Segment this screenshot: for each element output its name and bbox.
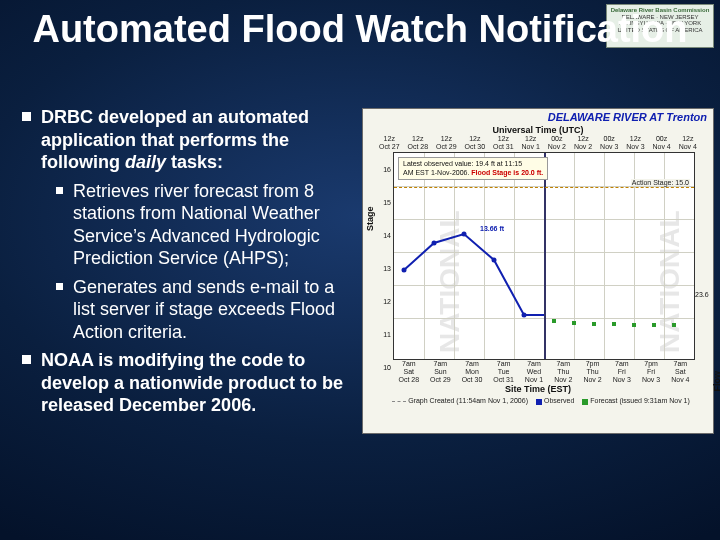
svg-point-0 — [402, 268, 407, 273]
bullet-1a: Retrieves river forecast from 8 stations… — [56, 180, 356, 270]
chart-title: DELAWARE RIVER AT Trenton — [363, 109, 713, 123]
y-axis-left-label: Stage — [365, 206, 375, 231]
bullet-icon — [22, 355, 31, 364]
bullet-icon — [56, 283, 63, 290]
chart-lines — [394, 153, 694, 359]
site-time-label: Site Time (EST) — [363, 384, 713, 394]
bullet-2: NOAA is modifying the code to develop a … — [22, 349, 356, 417]
utc-axis-label: Universal Time (UTC) — [363, 125, 713, 135]
svg-point-3 — [492, 258, 497, 263]
svg-rect-5 — [552, 319, 556, 323]
hydrograph-chart: DELAWARE RIVER AT Trenton Universal Time… — [362, 108, 714, 434]
svg-rect-9 — [632, 323, 636, 327]
svg-rect-7 — [592, 322, 596, 326]
utc-ticks: 12zOct 27 12zOct 28 12zOct 29 12zOct 30 … — [363, 135, 713, 150]
bullet-1b-text: Generates and sends e-mail to a list ser… — [73, 276, 356, 344]
slide-body: DRBC developed an automated application … — [22, 106, 356, 423]
svg-rect-11 — [672, 323, 676, 327]
bullet-1-text: DRBC developed an automated application … — [41, 106, 356, 174]
svg-rect-10 — [652, 323, 656, 327]
svg-point-1 — [432, 241, 437, 246]
svg-rect-8 — [612, 322, 616, 326]
svg-point-2 — [462, 232, 467, 237]
center-value: 13.66 ft — [480, 225, 504, 232]
slide: Delaware River Basin Commission DELAWARE… — [0, 0, 720, 540]
svg-rect-6 — [572, 321, 576, 325]
bullet-1b: Generates and sends e-mail to a list ser… — [56, 276, 356, 344]
svg-point-4 — [522, 313, 527, 318]
y-axis-right-label: Flow — [711, 371, 720, 392]
chart-legend: Graph Created (11:54am Nov 1, 2006) Obse… — [363, 397, 713, 404]
latest-observed-box: Latest observed value: 19.4 ft at 11:15 … — [398, 157, 548, 180]
x-ticks: 7amSatOct 28 7amSunOct 29 7amMonOct 30 7… — [393, 360, 695, 383]
bullet-2-text: NOAA is modifying the code to develop a … — [41, 349, 356, 417]
bullet-1: DRBC developed an automated application … — [22, 106, 356, 174]
bullet-icon — [56, 187, 63, 194]
bullet-icon — [22, 112, 31, 121]
slide-title: Automated Flood Watch Notification — [0, 10, 720, 50]
plot-area: NATIONAL NATIONAL Action Stage: 15.0 — [393, 152, 695, 360]
bullet-1a-text: Retrieves river forecast from 8 stations… — [73, 180, 356, 270]
